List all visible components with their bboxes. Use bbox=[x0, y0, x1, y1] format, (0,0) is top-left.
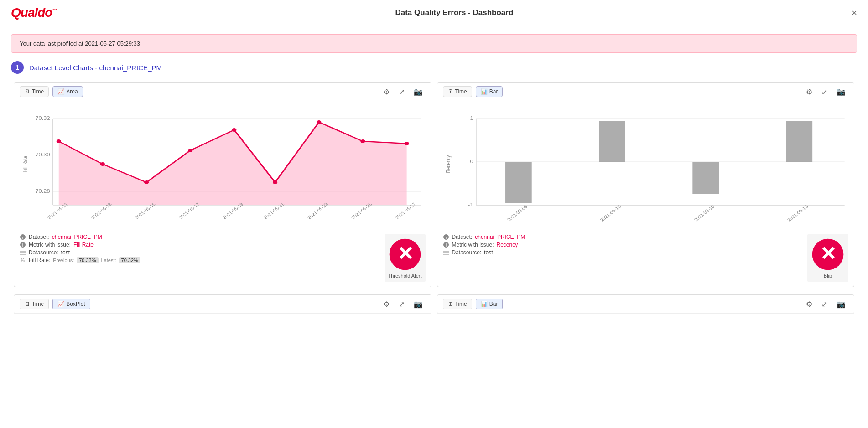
chart2-dataset-row: i Dataset: chennai_PRICE_PM bbox=[443, 234, 804, 240]
svg-text:0: 0 bbox=[470, 159, 473, 164]
svg-text:2021-05-10: 2021-05-10 bbox=[692, 204, 716, 222]
svg-point-15 bbox=[317, 120, 321, 124]
svg-text:70.32: 70.32 bbox=[35, 116, 50, 120]
chart2-expand-btn[interactable]: ⤢ bbox=[819, 87, 830, 97]
svg-point-10 bbox=[100, 162, 105, 166]
svg-rect-58 bbox=[443, 251, 449, 252]
svg-point-13 bbox=[232, 128, 236, 132]
info-icon-4: i bbox=[443, 242, 449, 248]
svg-rect-33 bbox=[20, 254, 26, 255]
chart2-bar-btn[interactable]: 📊 Bar bbox=[476, 86, 503, 97]
chart1-time-btn[interactable]: 🗓 Time bbox=[20, 86, 49, 97]
bar-icon-2: 📊 bbox=[481, 301, 488, 307]
bottom-chart1-boxplot-btn[interactable]: 📈 BoxPlot bbox=[52, 299, 90, 309]
chart2-svg: 1 0 -1 Recency 2021-05-09 2021-05-10 202… bbox=[441, 105, 851, 223]
bottom-chart2-time-btn[interactable]: 🗓 Time bbox=[443, 299, 472, 309]
svg-point-12 bbox=[188, 149, 192, 152]
svg-point-9 bbox=[57, 139, 61, 143]
chart1-svg: 70.32 70.30 70.28 Fill Rate bbox=[18, 105, 427, 223]
section-title: Dataset Level Charts - chennai_PRICE_PM bbox=[29, 64, 162, 72]
chart2-camera-btn[interactable]: 📷 bbox=[834, 87, 848, 97]
bottom-chart2-expand-btn[interactable]: ⤢ bbox=[819, 299, 830, 309]
svg-text:✕: ✕ bbox=[397, 243, 413, 264]
info-icon-2: i bbox=[20, 242, 26, 248]
chart1-metric-row: i Metric with issue: Fill Rate bbox=[20, 242, 381, 248]
calendar-icon-2: 🗓 bbox=[448, 88, 453, 95]
boxplot-icon: 📈 bbox=[57, 301, 64, 307]
chart2-area: 1 0 -1 Recency 2021-05-09 2021-05-10 202… bbox=[437, 101, 854, 229]
area-icon: 📈 bbox=[57, 88, 64, 95]
calendar-icon-3: 🗓 bbox=[25, 301, 30, 307]
chart2-alert-badge: ✕ Blip bbox=[807, 234, 848, 282]
chart1-details: i Dataset: chennai_PRICE_PM i Metric wit… bbox=[20, 234, 381, 265]
bottom-chart2-camera-btn[interactable]: 📷 bbox=[834, 299, 848, 309]
svg-text:2021-05-11: 2021-05-11 bbox=[46, 202, 69, 220]
bottom-chart-card-1: 🗓 Time 📈 BoxPlot ⚙ ⤢ 📷 bbox=[14, 294, 431, 314]
list-icon-2 bbox=[443, 249, 449, 256]
bottom-chart1-expand-btn[interactable]: ⤢ bbox=[396, 299, 407, 309]
chart1-camera-btn[interactable]: 📷 bbox=[411, 87, 426, 97]
chart2-time-btn[interactable]: 🗓 Time bbox=[443, 86, 472, 97]
info-icon: i bbox=[20, 234, 26, 240]
svg-rect-59 bbox=[443, 253, 449, 253]
section-number: 1 bbox=[11, 61, 24, 74]
chart1-alert-badge: ✕ Threshold Alert bbox=[385, 234, 426, 282]
bottom-chart1-time-btn[interactable]: 🗓 Time bbox=[20, 299, 49, 309]
bottom-chart2-toolbar: 🗓 Time 📊 Bar ⚙ ⤢ 📷 bbox=[437, 295, 854, 314]
threshold-alert-icon: ✕ bbox=[388, 237, 422, 271]
bottom-charts-grid: 🗓 Time 📈 BoxPlot ⚙ ⤢ 📷 🗓 Time 📊 Bar bbox=[0, 292, 868, 317]
chart-card-1: 🗓 Time 📈 Area ⚙ ⤢ 📷 70.32 70. bbox=[14, 82, 431, 287]
chart1-settings-btn[interactable]: ⚙ bbox=[380, 87, 392, 97]
bar-icon: 📊 bbox=[481, 88, 488, 95]
calendar-icon: 🗓 bbox=[25, 88, 30, 95]
svg-rect-49 bbox=[786, 121, 812, 162]
header: Qualdo™ Data Quality Errors - Dashboard … bbox=[0, 0, 868, 26]
bottom-chart2-settings-btn[interactable]: ⚙ bbox=[803, 299, 815, 309]
chart1-fillrate-row: % Fill Rate: Previous: 70.33% Latest: 70… bbox=[20, 257, 381, 263]
section-header: 1 Dataset Level Charts - chennai_PRICE_P… bbox=[0, 61, 868, 79]
bottom-chart-card-2: 🗓 Time 📊 Bar ⚙ ⤢ 📷 bbox=[437, 294, 855, 314]
svg-text:✕: ✕ bbox=[820, 243, 836, 264]
chart1-expand-btn[interactable]: ⤢ bbox=[396, 87, 407, 97]
logo: Qualdo™ bbox=[11, 5, 57, 20]
svg-text:70.30: 70.30 bbox=[35, 152, 50, 157]
svg-text:2021-05-13: 2021-05-13 bbox=[786, 204, 809, 222]
alert-banner: Your data last profiled at 2021-05-27 05… bbox=[11, 34, 857, 53]
svg-text:Fill Rate: Fill Rate bbox=[22, 156, 28, 173]
info-icon-3: i bbox=[443, 234, 449, 240]
svg-text:2021-05-10: 2021-05-10 bbox=[599, 204, 622, 222]
chart2-datasource-row: Datasource: test bbox=[443, 249, 804, 256]
chart1-datasource-row: Datasource: test bbox=[20, 249, 381, 256]
svg-point-17 bbox=[404, 142, 409, 145]
close-button[interactable]: × bbox=[852, 8, 857, 18]
page-title: Data Quality Errors - Dashboard bbox=[395, 8, 513, 17]
chart1-toolbar: 🗓 Time 📈 Area ⚙ ⤢ 📷 bbox=[14, 83, 431, 101]
list-icon bbox=[20, 249, 26, 256]
chart2-info: i Dataset: chennai_PRICE_PM i Metric wit… bbox=[437, 229, 854, 287]
bottom-chart1-camera-btn[interactable]: 📷 bbox=[411, 299, 426, 309]
svg-point-14 bbox=[273, 180, 277, 184]
svg-rect-60 bbox=[443, 254, 449, 255]
svg-text:%: % bbox=[21, 258, 25, 263]
svg-point-16 bbox=[360, 139, 365, 143]
bottom-chart1-settings-btn[interactable]: ⚙ bbox=[380, 299, 392, 309]
chart2-toolbar: 🗓 Time 📊 Bar ⚙ ⤢ 📷 bbox=[437, 83, 854, 101]
svg-text:i: i bbox=[445, 235, 447, 240]
chart2-metric-row: i Metric with issue: Recency bbox=[443, 242, 804, 248]
bottom-chart2-bar-btn[interactable]: 📊 Bar bbox=[476, 299, 503, 309]
calendar-icon-4: 🗓 bbox=[448, 301, 453, 307]
chart2-settings-btn[interactable]: ⚙ bbox=[803, 87, 815, 97]
chart-card-2: 🗓 Time 📊 Bar ⚙ ⤢ 📷 1 0 bbox=[437, 82, 855, 287]
svg-rect-48 bbox=[692, 162, 719, 194]
svg-rect-32 bbox=[20, 253, 26, 253]
svg-text:-1: -1 bbox=[468, 202, 473, 207]
chart1-dataset-row: i Dataset: chennai_PRICE_PM bbox=[20, 234, 381, 240]
svg-text:i: i bbox=[22, 235, 24, 240]
svg-text:2021-05-09: 2021-05-09 bbox=[505, 204, 529, 222]
svg-text:i: i bbox=[445, 243, 447, 248]
svg-rect-47 bbox=[599, 121, 625, 162]
svg-text:i: i bbox=[22, 243, 24, 248]
svg-text:Recency: Recency bbox=[445, 155, 451, 173]
chart1-area-btn[interactable]: 📈 Area bbox=[52, 86, 83, 97]
chart1-area: 70.32 70.30 70.28 Fill Rate bbox=[14, 101, 431, 229]
